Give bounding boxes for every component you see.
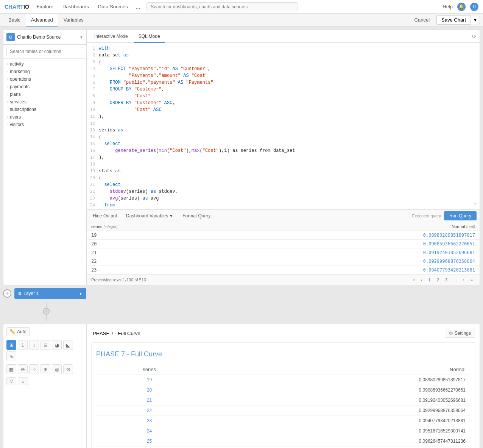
table-row: 23 0.09407793420213881 [87, 266, 480, 275]
editor-help-icon[interactable]: ? [474, 202, 477, 208]
page-next[interactable]: › [461, 277, 467, 283]
format-query-button[interactable]: Format Query [179, 212, 213, 220]
page-1[interactable]: 1 [426, 277, 433, 283]
bottom-panel: ✏️ Auto ⊞ 1 ↕ ⊟ ◕ ◣ ∿ ▦ ⊕ ⁘ ⊞ ◎ ⊙ [3, 324, 480, 448]
tab-advanced[interactable]: Advanced [26, 14, 58, 27]
tab-basic[interactable]: Basic [3, 14, 26, 27]
table-item-visitors[interactable]: › visitors [3, 121, 86, 128]
page-3[interactable]: 3 [443, 277, 450, 283]
table-item-services[interactable]: › services [3, 98, 86, 106]
code-line-8: 8 "Cost" [87, 93, 480, 100]
table-item-subscriptions[interactable]: › subscriptions [3, 106, 86, 113]
page-last[interactable]: » [468, 277, 475, 283]
chart-type-sort[interactable]: ↕ [29, 340, 39, 350]
auto-label: Auto [17, 329, 26, 334]
code-editor[interactable]: 1with 2data_set as 3( 4 SELECT "Payments… [87, 43, 480, 211]
layer-bar-icon: ≡ [18, 290, 21, 297]
user-avatar[interactable]: U [470, 3, 478, 11]
save-chart-button[interactable]: Save Chart [436, 15, 471, 25]
table-item-payments[interactable]: › payments [3, 83, 86, 91]
chart-controls: ✏️ Auto ⊞ 1 ↕ ⊟ ◕ ◣ ∿ ▦ ⊕ ⁘ ⊞ ◎ ⊙ [3, 324, 87, 448]
dashboard-variables-dropdown[interactable]: Dashboard Variables ▼ [123, 212, 176, 220]
chart-type-number[interactable]: 1 [18, 340, 28, 350]
pencil-icon: ✏️ [10, 329, 16, 334]
settings-button[interactable]: ⚙ Settings [445, 329, 475, 338]
run-query-button[interactable]: Run Query [444, 211, 477, 220]
code-line-7: 7 GROUP BY "Customer", [87, 86, 480, 93]
table-chevron-users: › [7, 115, 8, 119]
chart-type-funnel[interactable]: ⊕ [18, 364, 28, 374]
help-link[interactable]: Help [442, 4, 453, 9]
chart-cell-series-4: 23 [96, 416, 203, 426]
cancel-button[interactable]: Cancel [411, 16, 433, 24]
chart-type-table[interactable]: ⊞ [6, 340, 16, 350]
chart-col-series: series [96, 364, 203, 375]
chart-icon-group-2: ▦ ⊕ ⁘ ⊞ ◎ ⊙ [6, 364, 83, 374]
filter-action-button[interactable]: ▽ [6, 377, 16, 385]
connector-dot[interactable]: + [43, 308, 50, 315]
chart-type-bubble[interactable]: ⊙ [63, 364, 73, 374]
notifications-icon[interactable]: 🔔 [457, 3, 466, 11]
chart-cell-normal-1: 0.09085936662270651 [203, 385, 470, 395]
source-avatar: C [6, 33, 15, 41]
page-prev[interactable]: ‹ [419, 277, 425, 283]
nav-datasources[interactable]: Data Sources [97, 4, 129, 9]
table-item-activity[interactable]: › activity [3, 60, 86, 68]
table-item-marketing[interactable]: › marketing [3, 68, 86, 75]
sql-history-icon[interactable]: ⟳ [472, 33, 477, 39]
chart-type-pie[interactable]: ◕ [52, 340, 62, 350]
tab-variables[interactable]: Variables [58, 14, 89, 27]
table-list: › activity › marketing › operations › pa… [3, 59, 86, 130]
table-chevron-operations: › [7, 77, 8, 81]
logo: CHARTIO [5, 3, 29, 10]
connector-line-top [46, 302, 47, 308]
sql-panel: C Chartio Demo Source ▼ › activity › mar… [3, 30, 480, 285]
chart-type-scatter[interactable]: ⁘ [29, 364, 39, 374]
table-label-subscriptions: subscriptions [10, 107, 36, 112]
table-item-users[interactable]: › users [3, 113, 86, 121]
chart-type-combo[interactable]: ⊞ [41, 364, 50, 374]
cell-series-0: 19 [87, 231, 231, 240]
col-header-series: series (integer) [87, 222, 231, 231]
nav-more[interactable]: ... [136, 3, 140, 10]
chart-title-bar: ⚙ Settings [91, 329, 475, 338]
source-selector[interactable]: C Chartio Demo Source ▼ [3, 30, 86, 45]
code-line-15: 15 select [87, 140, 480, 147]
pagination: « ‹ 1 2 3 ... › » [410, 277, 475, 283]
chart-type-line[interactable]: ∿ [6, 351, 16, 361]
add-layer-button[interactable]: + [3, 289, 11, 298]
chart-type-area[interactable]: ◣ [63, 340, 73, 350]
chart-type-donut[interactable]: ◎ [52, 364, 62, 374]
sql-tab-interactive[interactable]: Interactive Mode [90, 30, 132, 43]
sql-tab-sql[interactable]: SQL Mode [134, 30, 165, 43]
code-line-22: 22 stddev(series) as stddev, [87, 188, 480, 195]
page-2[interactable]: 2 [435, 277, 441, 283]
chart-title-input[interactable] [91, 329, 445, 338]
nav-dashboards[interactable]: Dashboards [61, 4, 90, 9]
table-row: 23 0.09407793420213881 [96, 416, 470, 426]
nav-search-input[interactable] [146, 2, 298, 11]
code-line-10: 10 "Cost" ASC [87, 106, 480, 113]
table-label-marketing: marketing [10, 69, 30, 74]
chart-cell-series-6: 25 [96, 436, 203, 446]
page-first[interactable]: « [410, 277, 417, 283]
dashboard-variables-arrow-icon: ▼ [169, 213, 173, 219]
layer-dropdown-icon[interactable]: ▼ [79, 292, 83, 296]
table-item-plans[interactable]: › plans [3, 91, 86, 98]
save-chart-dropdown-arrow[interactable]: ▼ [471, 16, 480, 24]
connector-area: + [3, 302, 480, 321]
download-action-button[interactable]: ⤓ [18, 377, 28, 385]
chart-type-bar[interactable]: ▦ [6, 364, 16, 374]
filter-icon: ▽ [10, 379, 13, 384]
results-footer: Previewing rows 1-100 of 510 « ‹ 1 2 3 .… [87, 275, 480, 285]
chart-type-multiline[interactable]: ⊟ [41, 340, 50, 350]
auto-button[interactable]: ✏️ Auto [6, 327, 30, 336]
hide-output-button[interactable]: Hide Output [90, 212, 120, 220]
cell-normal-1: 0.09085936662270651 [231, 240, 480, 248]
search-tables-input[interactable] [6, 47, 83, 56]
table-item-operations[interactable]: › operations [3, 75, 86, 83]
layer-bar: ≡ Layer 1 ▼ [14, 288, 86, 299]
connector-line-bottom [46, 315, 47, 321]
code-line-23: 23 avg(series) as avg [87, 195, 480, 202]
nav-explore[interactable]: Explore [35, 4, 55, 9]
